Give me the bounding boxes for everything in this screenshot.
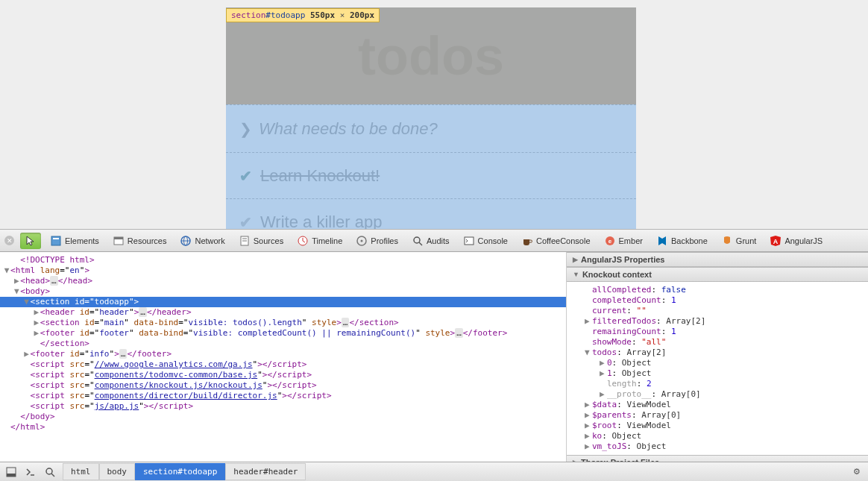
dom-node[interactable]: ▼<html lang="en"> bbox=[0, 265, 566, 276]
sources-tab[interactable]: Sources bbox=[234, 233, 288, 249]
property-row[interactable]: showMode: "all" bbox=[585, 337, 865, 348]
resources-icon bbox=[113, 235, 125, 247]
property-row[interactable]: ▶filteredTodos: Array[2] bbox=[585, 316, 865, 327]
dom-node[interactable]: ▶<footer id="footer" data-bind="visible:… bbox=[0, 328, 566, 339]
disclosure-triangle-icon[interactable]: ▶ bbox=[585, 431, 592, 441]
property-row[interactable]: remainingCount: 1 bbox=[585, 327, 865, 337]
dom-node[interactable]: ▶<section id="main" data-bind="visible: … bbox=[0, 318, 566, 328]
ember-tab[interactable]: eEmber bbox=[600, 233, 647, 249]
close-icon[interactable]: ✕ bbox=[4, 236, 14, 245]
resources-tab[interactable]: Resources bbox=[108, 233, 172, 249]
property-row[interactable]: ▶0: Object bbox=[585, 358, 865, 368]
profiles-tab[interactable]: Profiles bbox=[351, 233, 403, 249]
dom-node[interactable]: </section> bbox=[0, 339, 566, 349]
disclosure-triangle-icon[interactable]: ▶ bbox=[600, 389, 607, 400]
property-key: $data bbox=[592, 400, 617, 409]
breadcrumb-item[interactable]: section#todoapp bbox=[135, 463, 225, 480]
property-row[interactable]: ▶__proto__: Array[0] bbox=[585, 389, 865, 400]
dom-node[interactable]: <script src="//www.google-analytics.com/… bbox=[0, 359, 566, 370]
disclosure-triangle-icon[interactable] bbox=[585, 337, 592, 348]
disclosure-triangle-icon[interactable] bbox=[23, 380, 31, 391]
dom-node[interactable]: ▶<header id="header">…</header> bbox=[0, 307, 566, 318]
property-row[interactable]: allCompleted: false bbox=[585, 285, 865, 295]
property-row[interactable]: ▶$parents: Array[0] bbox=[585, 410, 865, 421]
console-tab[interactable]: Console bbox=[459, 233, 512, 249]
dom-node[interactable]: ▼<section id="todoapp"> bbox=[0, 297, 566, 307]
dom-node[interactable]: <script src="components/knockout.js/knoc… bbox=[0, 380, 566, 391]
disclosure-triangle-icon[interactable]: ▼ bbox=[13, 286, 20, 297]
knockout-context-body[interactable]: allCompleted: false completedCount: 1 cu… bbox=[567, 282, 868, 455]
property-row[interactable]: ▶1: Object bbox=[585, 368, 865, 379]
disclosure-triangle-icon[interactable] bbox=[585, 327, 592, 337]
disclosure-triangle-icon[interactable] bbox=[23, 401, 31, 412]
timeline-tab[interactable]: Timeline bbox=[292, 233, 347, 249]
coffeeconsole-tab[interactable]: CoffeeConsole bbox=[517, 233, 595, 249]
backbone-tab[interactable]: Backbone bbox=[652, 233, 712, 249]
disclosure-triangle-icon[interactable]: ▶ bbox=[23, 349, 31, 359]
disclosure-triangle-icon[interactable] bbox=[13, 412, 20, 422]
property-row[interactable]: ▶vm_toJS: Object bbox=[585, 441, 865, 452]
disclosure-triangle-icon[interactable]: ▶ bbox=[585, 441, 592, 452]
breadcrumbs: htmlbodysection#todoappheader#header bbox=[63, 463, 306, 480]
disclosure-triangle-icon[interactable] bbox=[3, 422, 10, 433]
disclosure-triangle-icon[interactable] bbox=[33, 339, 40, 349]
accordion-knockout[interactable]: ▼Knockout context bbox=[567, 267, 868, 282]
disclosure-triangle-icon[interactable]: ▶ bbox=[585, 400, 592, 410]
elements-tree[interactable]: <!DOCTYPE html>▼<html lang="en"> ▶<head>… bbox=[0, 252, 567, 462]
property-value: Array[2] bbox=[666, 316, 705, 326]
dom-node[interactable]: ▼<body> bbox=[0, 286, 566, 297]
svg-rect-17 bbox=[465, 237, 474, 245]
gear-icon[interactable]: ⚙ bbox=[850, 465, 864, 479]
disclosure-triangle-icon[interactable] bbox=[23, 370, 31, 380]
property-row[interactable]: completedCount: 1 bbox=[585, 295, 865, 306]
dom-node[interactable]: <script src="components/director/build/d… bbox=[0, 391, 566, 401]
property-row[interactable]: ▶$root: ViewModel bbox=[585, 421, 865, 431]
dom-node[interactable]: ▶<head>…</head> bbox=[0, 276, 566, 286]
grunt-tab[interactable]: Grunt bbox=[717, 233, 761, 249]
inspect-tab[interactable] bbox=[20, 233, 41, 249]
disclosure-triangle-icon[interactable] bbox=[13, 255, 20, 265]
elements-tab[interactable]: Elements bbox=[45, 233, 104, 249]
angularjs-tab[interactable]: AAngularJS bbox=[765, 233, 827, 249]
disclosure-triangle-icon[interactable] bbox=[600, 379, 607, 389]
disclosure-triangle-icon[interactable]: ▶ bbox=[600, 358, 607, 368]
dom-node[interactable]: </html> bbox=[0, 422, 566, 433]
disclosure-triangle-icon[interactable]: ▼ bbox=[585, 348, 592, 358]
disclosure-triangle-icon[interactable]: ▶ bbox=[33, 328, 40, 339]
breadcrumb-item[interactable]: html bbox=[63, 463, 99, 480]
disclosure-triangle-icon[interactable]: ▶ bbox=[600, 368, 607, 379]
disclosure-triangle-icon[interactable]: ▶ bbox=[13, 276, 20, 286]
breadcrumb-item[interactable]: header#header bbox=[225, 463, 306, 480]
disclosure-triangle-icon[interactable]: ▼ bbox=[23, 297, 31, 307]
accordion-thorax[interactable]: ▶Thorax Project Files bbox=[567, 455, 868, 462]
dom-node[interactable]: <script src="js/app.js"></script> bbox=[0, 401, 566, 412]
property-row[interactable]: ▶$data: ViewModel bbox=[585, 400, 865, 410]
audits-tab[interactable]: Audits bbox=[407, 233, 454, 249]
disclosure-triangle-icon[interactable] bbox=[585, 285, 592, 295]
disclosure-triangle-icon[interactable]: ▶ bbox=[33, 307, 40, 318]
disclosure-triangle-icon[interactable] bbox=[585, 295, 592, 306]
disclosure-triangle-icon[interactable] bbox=[23, 391, 31, 401]
property-row[interactable]: ▼todos: Array[2] bbox=[585, 348, 865, 358]
disclosure-triangle-icon[interactable] bbox=[585, 306, 592, 316]
dom-node[interactable]: <script src="components/todomvc-common/b… bbox=[0, 370, 566, 380]
disclosure-triangle-icon[interactable]: ▼ bbox=[3, 265, 10, 276]
dom-node[interactable]: ▶<footer id="info">…</footer> bbox=[0, 349, 566, 359]
console-icon[interactable] bbox=[24, 465, 37, 479]
accordion-angular[interactable]: ▶AngularJS Properties bbox=[567, 252, 868, 267]
network-tab[interactable]: Network bbox=[175, 233, 229, 249]
disclosure-triangle-icon[interactable]: ▶ bbox=[33, 318, 40, 328]
search-icon[interactable] bbox=[43, 465, 57, 479]
dom-node[interactable]: <!DOCTYPE html> bbox=[0, 255, 566, 265]
property-row[interactable]: ▶ko: Object bbox=[585, 431, 865, 441]
property-row[interactable]: current: "" bbox=[585, 306, 865, 316]
disclosure-triangle-icon[interactable]: ▶ bbox=[585, 316, 592, 327]
disclosure-triangle-icon[interactable]: ▶ bbox=[585, 421, 592, 431]
disclosure-triangle-icon[interactable] bbox=[23, 359, 31, 370]
dock-icon[interactable] bbox=[4, 465, 18, 479]
disclosure-triangle-icon[interactable]: ▶ bbox=[585, 410, 592, 421]
property-value: false bbox=[661, 285, 686, 295]
dom-node[interactable]: </body> bbox=[0, 412, 566, 422]
breadcrumb-item[interactable]: body bbox=[99, 463, 136, 480]
property-row[interactable]: length: 2 bbox=[585, 379, 865, 389]
